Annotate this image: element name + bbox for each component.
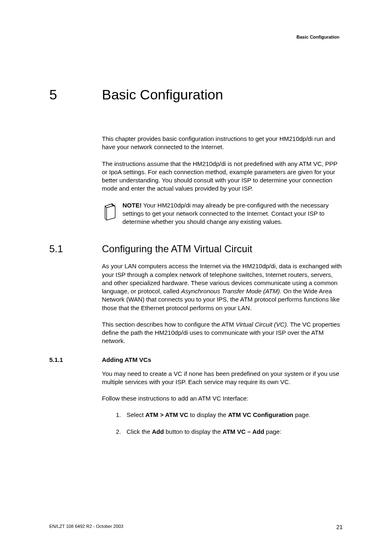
page-footer: EN/LZT 108 6492 R2 - October 2003 21 bbox=[49, 524, 343, 530]
bold-term: ATM VC Configuration bbox=[228, 411, 293, 418]
chapter-number: 5 bbox=[49, 87, 102, 103]
note-label: NOTE! bbox=[122, 202, 142, 209]
intro-block: This chapter provides basic configuratio… bbox=[102, 135, 343, 226]
list-item-text: Click the Add button to display the ATM … bbox=[127, 428, 281, 436]
text-run: Select bbox=[127, 411, 145, 418]
note-text: NOTE! Your HM210dp/di may already be pre… bbox=[122, 201, 343, 226]
italic-term: Asynchronous Transfer Mode (ATM). bbox=[181, 288, 282, 295]
list-number: 2. bbox=[116, 428, 127, 436]
subsection-number: 5.1.1 bbox=[49, 356, 102, 363]
text-run: Click the bbox=[127, 428, 152, 435]
text-run: to display the bbox=[188, 411, 228, 418]
text-run: button to display the bbox=[164, 428, 223, 435]
list-item-text: Select ATM > ATM VC to display the ATM V… bbox=[127, 411, 310, 419]
section-5-1-body: As your LAN computers access the Interne… bbox=[102, 262, 343, 345]
note-callout: NOTE! Your HM210dp/di may already be pre… bbox=[102, 201, 343, 226]
intro-para-2: The instructions assume that the HM210dp… bbox=[102, 160, 343, 193]
italic-term: Virtual Circuit (VC). bbox=[236, 321, 288, 328]
subsection-title: Adding ATM VCs bbox=[102, 356, 151, 363]
section-number: 5.1 bbox=[49, 243, 102, 255]
subsection-para-1: You may need to create a VC if none has … bbox=[102, 370, 343, 387]
document-page: Basic Configuration 5 Basic Configuratio… bbox=[0, 0, 392, 555]
bold-term: ATM > ATM VC bbox=[145, 411, 188, 418]
section-5-1-para-2: This section describes how to configure … bbox=[102, 320, 343, 345]
running-header: Basic Configuration bbox=[49, 35, 343, 39]
section-5-1-para-1: As your LAN computers access the Interne… bbox=[102, 262, 343, 312]
subsection-para-2: Follow these instructions to add an ATM … bbox=[102, 394, 343, 403]
header-right-text: Basic Configuration bbox=[296, 35, 339, 39]
list-item: 2. Click the Add button to display the A… bbox=[116, 428, 343, 436]
note-body: Your HM210dp/di may already be pre-confi… bbox=[122, 202, 329, 226]
footer-left: EN/LZT 108 6492 R2 - October 2003 bbox=[49, 524, 123, 530]
chapter-heading: 5 Basic Configuration bbox=[49, 87, 343, 103]
list-item: 1. Select ATM > ATM VC to display the AT… bbox=[116, 411, 343, 419]
intro-para-1: This chapter provides basic configuratio… bbox=[102, 135, 343, 152]
section-5-1-1-heading: 5.1.1 Adding ATM VCs bbox=[49, 356, 343, 363]
list-number: 1. bbox=[116, 411, 127, 419]
bold-term: Add bbox=[152, 428, 164, 435]
chapter-title: Basic Configuration bbox=[102, 87, 223, 103]
text-run: This section describes how to configure … bbox=[102, 321, 236, 328]
page-number: 21 bbox=[336, 524, 343, 530]
section-title: Configuring the ATM Virtual Circuit bbox=[102, 243, 252, 255]
section-5-1-heading: 5.1 Configuring the ATM Virtual Circuit bbox=[49, 243, 343, 255]
note-icon bbox=[102, 202, 119, 223]
bold-term: ATM VC – Add bbox=[222, 428, 264, 435]
section-5-1-1-body: You may need to create a VC if none has … bbox=[102, 370, 343, 436]
text-run: page. bbox=[293, 411, 311, 418]
instruction-list: 1. Select ATM > ATM VC to display the AT… bbox=[116, 411, 343, 436]
text-run: page: bbox=[264, 428, 281, 435]
